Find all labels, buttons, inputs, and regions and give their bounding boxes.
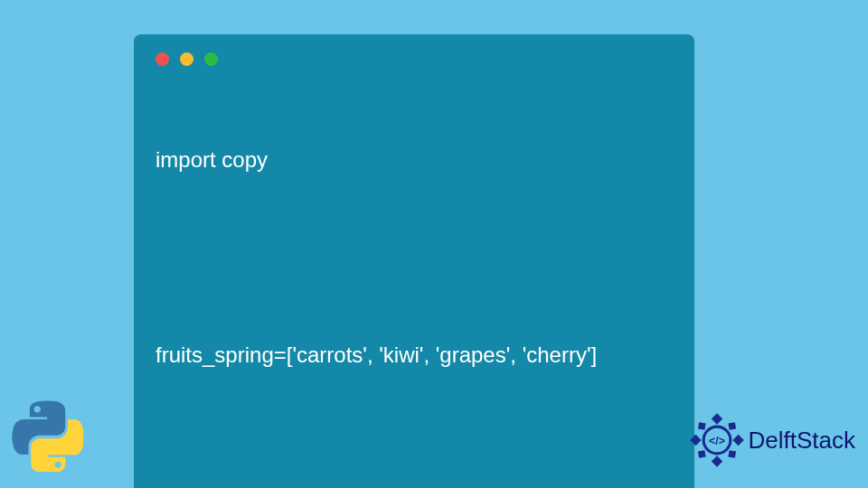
svg-marker-3: [732, 435, 743, 446]
python-logo-icon: [11, 399, 83, 472]
code-content: import copy fruits_spring=['carrots', 'k…: [156, 79, 673, 488]
svg-text:</>: </>: [709, 435, 725, 447]
svg-marker-6: [697, 450, 705, 458]
code-window: import copy fruits_spring=['carrots', 'k…: [134, 34, 694, 488]
svg-marker-7: [728, 450, 736, 458]
code-line: [156, 436, 673, 469]
svg-marker-0: [711, 413, 722, 424]
svg-marker-2: [690, 435, 701, 446]
svg-marker-1: [711, 455, 722, 466]
delftstack-badge-icon: </>: [689, 412, 745, 468]
code-line: [156, 241, 673, 274]
svg-marker-5: [728, 422, 736, 430]
maximize-icon: [204, 52, 218, 66]
window-controls: [156, 52, 673, 66]
close-icon: [156, 52, 169, 66]
code-line: import copy: [156, 144, 673, 176]
brand-name: DelftStack: [749, 427, 856, 455]
minimize-icon: [180, 52, 193, 66]
code-line: fruits_spring=['carrots', 'kiwi', 'grape…: [156, 339, 673, 371]
svg-marker-4: [697, 422, 705, 430]
delftstack-logo: </> DelftStack: [689, 412, 856, 468]
